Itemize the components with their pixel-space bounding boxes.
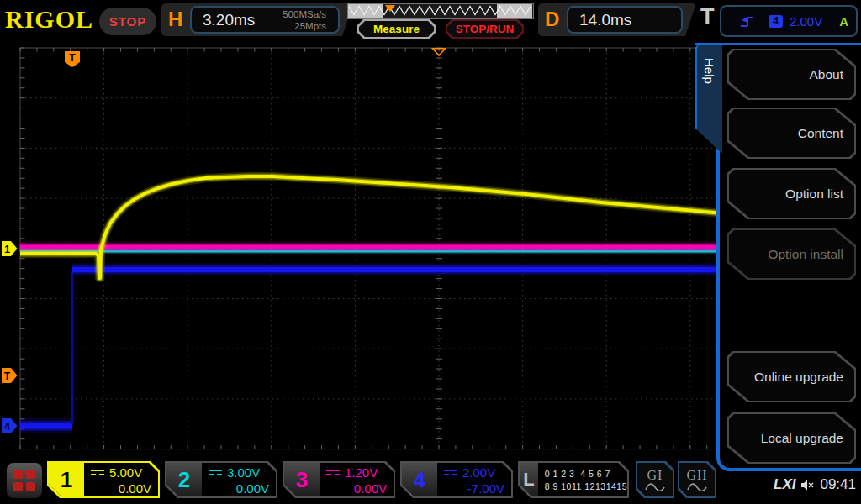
- svg-text:T: T: [4, 370, 11, 382]
- sample-rate: 500MSa/s: [283, 9, 326, 19]
- menu-item-content[interactable]: Content: [727, 108, 856, 159]
- clock: 09:41: [820, 476, 856, 493]
- trigger-mode-indicator: A: [839, 14, 848, 29]
- oscilloscope-screen: T1T4 RIGOL STOP H 3.20ms 500MSa/s 25Mpts: [0, 0, 861, 504]
- trace-ch1: [20, 176, 723, 278]
- delay-box: 14.0ms: [567, 6, 683, 34]
- trigger-level-value: 2.00V: [790, 14, 822, 29]
- horizontal-label: H: [168, 8, 182, 31]
- channel-4-scale: 2.00V: [462, 465, 495, 480]
- channel-1-box[interactable]: 1 5.00V 0.00V: [47, 461, 160, 498]
- measure-button[interactable]: Measure: [357, 19, 436, 39]
- channel-2-box[interactable]: 2 3.00V 0.00V: [165, 461, 277, 498]
- top-status-bar: RIGOL STOP H 3.20ms 500MSa/s 25Mpts Meas…: [0, 0, 861, 39]
- channel-1-number: 1: [49, 463, 84, 496]
- trigger-settings-box[interactable]: 4 2.00V A: [720, 5, 858, 37]
- svg-text:1: 1: [4, 244, 10, 255]
- grid-icon: [13, 470, 23, 479]
- channel-3-number: 3: [284, 463, 320, 496]
- lxi-indicator: LXI: [774, 476, 795, 493]
- run-state-badge: STOP: [99, 8, 156, 35]
- trace-ch1: [20, 176, 723, 278]
- channel-3-offset: 0.00V: [326, 481, 387, 496]
- dc-coupling-icon: [444, 468, 457, 477]
- menu-tab-label: Help: [702, 58, 716, 84]
- sine-icon: [645, 483, 665, 491]
- dc-coupling-icon: [326, 468, 340, 477]
- speaker-muted-icon: [800, 479, 815, 491]
- menu-item-option-list[interactable]: Option list: [727, 168, 856, 219]
- delay-settings-box[interactable]: D 14.0ms: [538, 3, 696, 36]
- channel-2-number: 2: [166, 463, 202, 496]
- logic-row-0-7: 0 1 2 3 4 5 6 7: [545, 469, 610, 479]
- delay-label: D: [545, 8, 559, 31]
- timebase-value: 3.20ms: [203, 11, 255, 29]
- generator-1-label: GI: [647, 468, 663, 483]
- memory-position-strip[interactable]: [347, 3, 534, 19]
- trace-ch1: [20, 176, 723, 278]
- channel-2-scale: 3.00V: [227, 465, 260, 480]
- horizontal-settings-box[interactable]: H 3.20ms 500MSa/s 25Mpts: [161, 3, 353, 36]
- sine-icon: [687, 483, 707, 491]
- menu-item-local-upgrade[interactable]: Local upgrade: [727, 412, 856, 464]
- rigol-logo: RIGOL: [5, 5, 93, 34]
- menu-item-about[interactable]: About: [727, 49, 856, 100]
- stop-run-button[interactable]: STOP/RUN: [446, 19, 524, 39]
- menu-item-online-upgrade[interactable]: Online upgrade: [727, 351, 856, 402]
- timebase-box: 3.20ms 500MSa/s 25Mpts: [190, 6, 340, 34]
- generator-2-label: GII: [686, 468, 707, 483]
- menu-item-option-install[interactable]: Option install: [727, 228, 856, 280]
- memory-waveform-icon: [348, 4, 531, 17]
- channel-1-offset: 0.00V: [91, 481, 151, 496]
- generator-1-button[interactable]: GI: [636, 461, 674, 498]
- menu-grid-button[interactable]: [7, 463, 42, 498]
- channel-1-scale: 5.00V: [109, 465, 142, 480]
- trigger-source-badge: 4: [769, 15, 783, 28]
- memory-depth: 25Mpts: [294, 21, 326, 31]
- channel-4-offset: -7.00V: [444, 481, 504, 496]
- trigger-slope-icon: [740, 14, 755, 29]
- trigger-label: T: [700, 4, 715, 30]
- logic-label: L: [520, 463, 538, 496]
- logic-channels-box[interactable]: L 0 1 2 3 4 5 6 78 9 1011 12131415: [518, 461, 629, 498]
- dc-coupling-icon: [209, 468, 222, 477]
- generator-2-button[interactable]: GII: [678, 461, 716, 498]
- svg-text:T: T: [69, 52, 76, 64]
- delay-value: 14.0ms: [579, 11, 631, 29]
- logic-row-8-15: 8 9 1011 12131415: [545, 481, 627, 491]
- svg-text:4: 4: [4, 421, 10, 433]
- channel-3-scale: 1.20V: [345, 465, 378, 480]
- channel-3-box[interactable]: 3 1.20V 0.00V: [283, 461, 395, 498]
- channel-4-box[interactable]: 4 2.00V -7.00V: [400, 461, 513, 498]
- dc-coupling-icon: [91, 468, 104, 477]
- channel-4-number: 4: [402, 463, 437, 496]
- channel-2-offset: 0.00V: [209, 481, 269, 496]
